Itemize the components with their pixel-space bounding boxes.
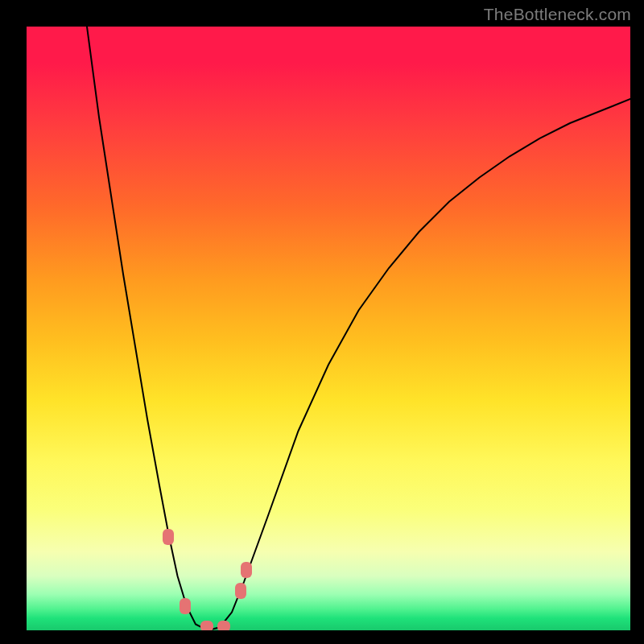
- curve-marker-0: [163, 529, 174, 545]
- curve-marker-5: [241, 562, 252, 578]
- curve-layer: [27, 27, 630, 630]
- watermark-text: TheBottleneck.com: [484, 5, 631, 24]
- curve-marker-2: [200, 621, 213, 630]
- chart-frame: TheBottleneck.com: [0, 0, 644, 644]
- curve-marker-1: [180, 598, 191, 614]
- plot-area: [27, 27, 630, 630]
- curve-marker-4: [235, 583, 246, 599]
- curve-marker-3: [217, 621, 230, 630]
